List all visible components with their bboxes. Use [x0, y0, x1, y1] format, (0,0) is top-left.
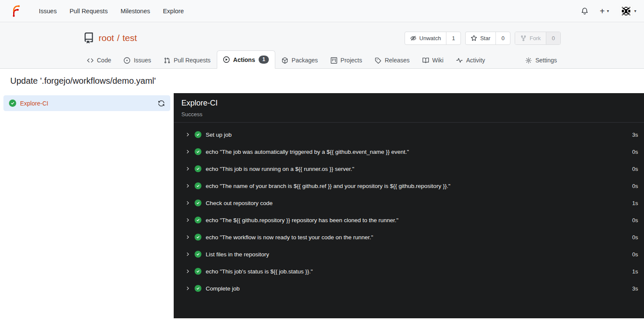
- step-success-icon: [195, 268, 201, 275]
- repo-icon: [83, 32, 94, 44]
- chevron-right-icon[interactable]: [185, 235, 190, 240]
- step-name: echo "The workflow is now ready to test …: [206, 234, 628, 241]
- chevron-down-icon: ▾: [634, 9, 636, 13]
- step-success-icon: [195, 131, 201, 138]
- create-new-dropdown[interactable]: + ▾: [600, 7, 609, 15]
- project-board-icon: [331, 57, 337, 64]
- watch-button-group: Unwatch 1: [405, 32, 461, 45]
- job-log-panel: Explore-CI Success Set up job 3s echo "T…: [174, 93, 644, 318]
- tag-icon: [375, 57, 381, 64]
- success-check-icon: [9, 100, 16, 107]
- step-row[interactable]: echo "The job was automatically triggere…: [174, 143, 644, 160]
- step-duration: 3s: [632, 285, 638, 292]
- step-duration: 3s: [632, 132, 638, 138]
- nav-link-explore[interactable]: Explore: [157, 8, 190, 15]
- step-row[interactable]: echo "This job is now running on a ${{ r…: [174, 160, 644, 177]
- chevron-down-icon: ▾: [607, 9, 609, 13]
- nav-link-issues[interactable]: Issues: [32, 8, 63, 15]
- pulse-icon: [456, 57, 463, 64]
- actions-count-badge: 1: [259, 56, 269, 64]
- tab-pull-requests[interactable]: Pull Requests: [157, 52, 217, 69]
- repo-owner-link[interactable]: root: [99, 33, 114, 43]
- tab-packages[interactable]: Packages: [275, 52, 324, 69]
- step-success-icon: [195, 182, 201, 189]
- job-status-text: Success: [181, 111, 636, 117]
- repo-header: root / test Unwatch 1: [0, 22, 644, 69]
- step-row[interactable]: echo "The workflow is now ready to test …: [174, 229, 644, 246]
- tab-releases[interactable]: Releases: [368, 52, 416, 69]
- star-icon: [471, 35, 477, 41]
- step-duration: 0s: [632, 183, 638, 189]
- tab-wiki[interactable]: Wiki: [416, 52, 450, 69]
- tab-settings[interactable]: Settings: [519, 52, 563, 69]
- tab-activity[interactable]: Activity: [450, 52, 491, 69]
- step-name: Check out repository code: [206, 200, 628, 206]
- step-row[interactable]: Check out repository code 1s: [174, 194, 644, 211]
- unwatch-button[interactable]: Unwatch: [405, 32, 446, 44]
- step-row[interactable]: echo "This job's status is ${{ job.statu…: [174, 263, 644, 280]
- fork-button: Fork: [515, 32, 546, 44]
- step-name: Set up job: [206, 132, 628, 138]
- chevron-right-icon[interactable]: [185, 269, 190, 274]
- step-duration: 0s: [632, 217, 638, 223]
- settings-icon: [525, 57, 532, 64]
- sync-icon: [158, 100, 165, 107]
- eye-slash-icon: [410, 35, 417, 41]
- step-name: List files in the repository: [206, 251, 628, 258]
- tab-code[interactable]: Code: [81, 52, 117, 69]
- forgejo-logo[interactable]: [9, 5, 22, 18]
- notifications-button[interactable]: [581, 7, 589, 15]
- chevron-right-icon[interactable]: [185, 183, 190, 188]
- plus-icon: +: [600, 7, 605, 15]
- step-name: echo "The name of your branch is ${{ git…: [206, 183, 628, 189]
- user-menu-dropdown[interactable]: ▾: [620, 5, 636, 17]
- chevron-right-icon[interactable]: [185, 286, 190, 291]
- chevron-right-icon[interactable]: [185, 132, 190, 137]
- step-success-icon: [195, 251, 201, 258]
- repo-tab-bar: Code Issues Pull Requests Actions 1 Pack…: [80, 50, 564, 69]
- step-list: Set up job 3s echo "The job was automati…: [174, 123, 644, 297]
- step-duration: 0s: [632, 166, 638, 172]
- step-name: echo "The job was automatically triggere…: [206, 149, 628, 155]
- fork-button-group: Fork 0: [515, 32, 561, 45]
- nav-link-milestones[interactable]: Milestones: [114, 8, 156, 15]
- star-button-group: Star 0: [465, 32, 510, 45]
- tab-issues[interactable]: Issues: [117, 52, 157, 69]
- avatar: [620, 5, 632, 17]
- job-log-header: Explore-CI Success: [174, 93, 644, 123]
- repo-name-link[interactable]: test: [122, 33, 137, 43]
- step-success-icon: [195, 234, 201, 241]
- step-success-icon: [195, 217, 201, 223]
- step-success-icon: [195, 148, 201, 155]
- chevron-right-icon[interactable]: [185, 252, 190, 257]
- tab-actions[interactable]: Actions 1: [217, 50, 275, 69]
- step-duration: 1s: [632, 200, 638, 206]
- step-row[interactable]: List files in the repository 0s: [174, 246, 644, 263]
- step-row[interactable]: Set up job 3s: [174, 126, 644, 143]
- star-button[interactable]: Star: [466, 32, 495, 44]
- forks-count: 0: [546, 32, 560, 44]
- step-name: echo "This job is now running on a ${{ r…: [206, 166, 628, 172]
- package-icon: [282, 57, 288, 64]
- step-duration: 0s: [632, 149, 638, 155]
- fork-icon: [520, 35, 527, 41]
- rerun-job-button[interactable]: [158, 100, 165, 107]
- step-success-icon: [195, 200, 201, 206]
- job-item-explore-ci[interactable]: Explore-CI: [3, 95, 170, 111]
- issue-opened-icon: [124, 57, 130, 64]
- stars-count[interactable]: 0: [495, 32, 510, 44]
- step-row[interactable]: echo "The ${{ github.repository }} repos…: [174, 211, 644, 229]
- step-duration: 1s: [632, 268, 638, 275]
- repo-breadcrumb: root / test: [99, 33, 137, 43]
- chevron-right-icon[interactable]: [185, 200, 190, 206]
- code-icon: [87, 57, 93, 64]
- nav-link-pull-requests[interactable]: Pull Requests: [63, 8, 114, 15]
- watchers-count[interactable]: 1: [446, 32, 460, 44]
- step-row[interactable]: echo "The name of your branch is ${{ git…: [174, 177, 644, 194]
- tab-projects[interactable]: Projects: [324, 52, 369, 69]
- chevron-right-icon[interactable]: [185, 217, 190, 223]
- step-row[interactable]: Complete job 3s: [174, 280, 644, 297]
- step-name: echo "This job's status is ${{ job.statu…: [206, 268, 628, 275]
- chevron-right-icon[interactable]: [185, 149, 190, 154]
- chevron-right-icon[interactable]: [185, 166, 190, 171]
